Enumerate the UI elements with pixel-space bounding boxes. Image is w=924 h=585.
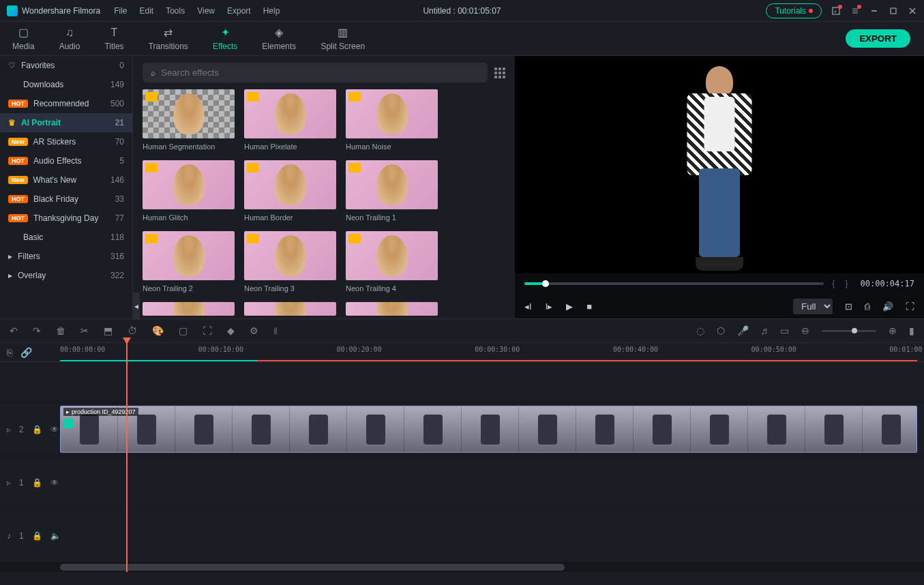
zoom-in-icon[interactable]: ⊕: [889, 325, 897, 336]
preview-scrubber[interactable]: { } 00:00:04:17: [515, 273, 924, 294]
fullscreen-icon[interactable]: ⛶: [906, 301, 914, 312]
step-button[interactable]: I▸: [546, 301, 553, 312]
adjust-icon[interactable]: ⚙: [250, 325, 258, 336]
mark-in-out-icon[interactable]: { }: [832, 279, 852, 288]
sidebar-item-thanksgiving[interactable]: HOTThanksgiving Day77: [0, 209, 132, 228]
video-clip[interactable]: ▸production ID_4929207: [60, 406, 917, 453]
sidebar-collapse-handle[interactable]: ◂: [133, 292, 140, 320]
menu-help[interactable]: Help: [263, 6, 280, 16]
cut-icon[interactable]: ✂: [80, 325, 89, 336]
notes-icon[interactable]: [831, 6, 841, 16]
effect-neon-trailing-3[interactable]: Neon Trailing 3: [244, 231, 336, 292]
effect-more[interactable]: [244, 302, 336, 316]
video-track-1[interactable]: ▹1🔒👁: [0, 456, 924, 509]
sidebar-item-basic[interactable]: Basic118: [0, 228, 132, 247]
timeline-scrollbar[interactable]: [0, 562, 924, 572]
menu-file[interactable]: File: [114, 6, 127, 16]
tab-media[interactable]: ▢Media: [0, 22, 47, 55]
sidebar-item-overlay[interactable]: ▸Overlay322: [0, 266, 132, 285]
menu-export[interactable]: Export: [227, 6, 251, 16]
tab-audio[interactable]: ♫Audio: [47, 22, 93, 55]
effect-human-border[interactable]: Human Border: [244, 160, 336, 222]
minimize-icon[interactable]: [869, 6, 879, 16]
search-box[interactable]: ⌕: [143, 63, 488, 82]
color-icon[interactable]: 🎨: [152, 325, 164, 336]
effect-more[interactable]: [143, 302, 235, 316]
list-icon[interactable]: [850, 6, 860, 16]
lock-icon[interactable]: 🔒: [32, 478, 42, 487]
effects-grid[interactable]: Human Segmentation Human Pixelate Human …: [133, 89, 515, 316]
keyframe-icon[interactable]: ◆: [227, 325, 235, 336]
eye-icon[interactable]: 👁: [50, 425, 59, 434]
redo-icon[interactable]: ↷: [33, 325, 41, 336]
effect-human-noise[interactable]: Human Noise: [346, 89, 438, 151]
zoom-slider[interactable]: [822, 330, 876, 332]
delete-icon[interactable]: 🗑: [56, 325, 65, 336]
sidebar-item-favorites[interactable]: ♡Favorites0: [0, 56, 132, 75]
tab-titles[interactable]: TTitles: [92, 22, 136, 55]
speaker-icon[interactable]: 🔈: [50, 531, 61, 541]
stop-button[interactable]: ■: [586, 301, 592, 312]
effects-sidebar[interactable]: ♡Favorites0 Downloads149 HOTRecommended5…: [0, 56, 133, 318]
link-icon[interactable]: 🔗: [20, 347, 32, 358]
zoom-out-icon[interactable]: ⊖: [801, 325, 809, 336]
effect-neon-trailing-2[interactable]: Neon Trailing 2: [143, 231, 235, 292]
export-button[interactable]: EXPORT: [846, 29, 910, 48]
play-button[interactable]: ▶: [566, 301, 573, 312]
quality-select[interactable]: Full: [793, 299, 833, 314]
record-icon[interactable]: 🎤: [737, 325, 749, 336]
playhead[interactable]: [126, 343, 128, 572]
timeline[interactable]: ⎘ 🔗 00:00:00:00 00:00:10:00 00:00:20:00 …: [0, 343, 924, 572]
render-icon[interactable]: ◌: [696, 325, 704, 336]
sidebar-item-ai-portrait[interactable]: ♛AI Portrait21: [0, 113, 132, 132]
mixer-icon[interactable]: ♬: [761, 325, 769, 336]
sidebar-item-whats-new[interactable]: NewWhat's New146: [0, 170, 132, 190]
prev-frame-button[interactable]: ◂I: [524, 301, 532, 312]
copy-icon[interactable]: ⎘: [7, 347, 12, 358]
search-input[interactable]: [161, 68, 479, 78]
fit-icon[interactable]: ▮: [909, 325, 914, 336]
effect-human-glitch[interactable]: Human Glitch: [143, 160, 235, 222]
undo-icon[interactable]: ↶: [10, 325, 18, 336]
effect-neon-trailing-4[interactable]: Neon Trailing 4: [346, 231, 438, 292]
audio-track-1[interactable]: ♪1🔒🔈: [0, 509, 924, 562]
speed-icon[interactable]: ⏱: [128, 325, 137, 336]
scrub-handle[interactable]: [542, 280, 549, 287]
tab-transitions[interactable]: ⇄Transitions: [136, 22, 200, 55]
lock-icon[interactable]: 🔒: [32, 531, 42, 541]
snapshot-icon[interactable]: ⎙: [865, 301, 870, 312]
menu-view[interactable]: View: [197, 6, 215, 16]
tutorials-button[interactable]: Tutorials: [766, 3, 822, 18]
effect-human-pixelate[interactable]: Human Pixelate: [244, 89, 336, 151]
sidebar-item-ar-stickers[interactable]: NewAR Stickers70: [0, 132, 132, 151]
effect-neon-trailing-1[interactable]: Neon Trailing 1: [346, 160, 438, 222]
effect-more[interactable]: [346, 302, 438, 316]
tab-split-screen[interactable]: ▥Split Screen: [308, 22, 377, 55]
close-icon[interactable]: [908, 6, 917, 16]
sidebar-item-black-friday[interactable]: HOTBlack Friday33: [0, 190, 132, 209]
sidebar-item-recommended[interactable]: HOTRecommended500: [0, 94, 132, 113]
eye-icon[interactable]: 👁: [50, 478, 59, 487]
volume-icon[interactable]: 🔊: [882, 301, 893, 312]
video-preview[interactable]: [515, 56, 924, 273]
crop-icon[interactable]: ⬒: [104, 325, 113, 336]
tab-effects[interactable]: ✦Effects: [200, 22, 250, 55]
sidebar-item-filters[interactable]: ▸Filters316: [0, 247, 132, 266]
display-icon[interactable]: ⊡: [845, 301, 852, 312]
menu-edit[interactable]: Edit: [140, 6, 154, 16]
lock-icon[interactable]: 🔒: [32, 425, 42, 434]
maximize-icon[interactable]: [889, 6, 898, 16]
marker-icon[interactable]: ⬡: [717, 325, 725, 336]
frame-icon[interactable]: ▭: [780, 325, 789, 336]
sidebar-item-downloads[interactable]: Downloads149: [0, 75, 132, 94]
sidebar-item-audio-effects[interactable]: HOTAudio Effects5: [0, 151, 132, 170]
tab-elements[interactable]: ◈Elements: [250, 22, 308, 55]
green-screen-icon[interactable]: ▢: [179, 325, 188, 336]
detect-icon[interactable]: ⛶: [203, 325, 212, 336]
timeline-ruler[interactable]: ⎘ 🔗 00:00:00:00 00:00:10:00 00:00:20:00 …: [0, 343, 924, 362]
menu-tools[interactable]: Tools: [166, 6, 185, 16]
grid-view-icon[interactable]: [494, 68, 505, 78]
video-track-2[interactable]: ▹2🔒👁 ▸production ID_4929207: [0, 403, 924, 456]
effect-human-segmentation[interactable]: Human Segmentation: [143, 89, 235, 151]
audio-icon[interactable]: ⫴: [273, 325, 278, 337]
